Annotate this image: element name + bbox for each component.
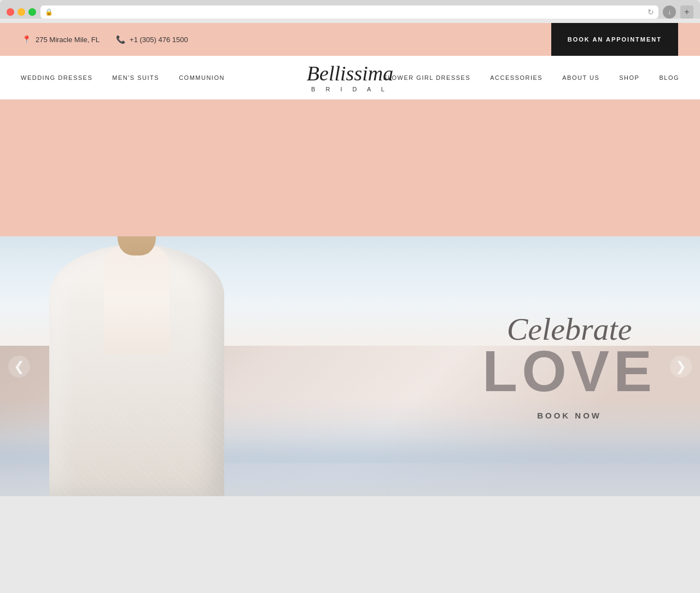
- book-now-text[interactable]: BOOK NOW: [482, 410, 656, 420]
- traffic-lights: [7, 8, 36, 16]
- phone-icon: 📞: [116, 35, 125, 44]
- slider-section: Celebrate LOVE BOOK NOW ❮ ❯: [0, 236, 700, 496]
- hero-pink-section: [0, 100, 700, 236]
- nav-item-communion[interactable]: COMMUNION: [169, 74, 235, 81]
- close-button[interactable]: [7, 8, 14, 16]
- logo[interactable]: Bellissima B R I D A L: [307, 62, 393, 92]
- download-icon[interactable]: ↓: [663, 5, 676, 19]
- new-tab-button[interactable]: +: [680, 5, 693, 19]
- main-nav: WEDDING DRESSES MEN'S SUITS COMMUNION Be…: [0, 56, 700, 100]
- phone-text: +1 (305) 476 1500: [130, 36, 188, 44]
- bride-dress: [49, 245, 224, 496]
- nav-item-about-us[interactable]: ABOUT US: [552, 74, 609, 81]
- bride-body: [104, 245, 170, 354]
- slider-prev-button[interactable]: ❮: [8, 356, 30, 377]
- address-text: 275 Miracle Mile, FL: [36, 36, 100, 44]
- nav-item-mens-suits[interactable]: MEN'S SUITS: [102, 74, 169, 81]
- minimize-button[interactable]: [18, 8, 25, 16]
- location-icon: 📍: [22, 35, 31, 44]
- browser-controls: 🔒 ↻ ↓ +: [7, 5, 693, 19]
- nav-item-accessories[interactable]: ACCESSORIES: [480, 74, 552, 81]
- website-content: 📍 275 Miracle Mile, FL 📞 +1 (305) 476 15…: [0, 23, 700, 496]
- address-item: 📍 275 Miracle Mile, FL: [22, 35, 100, 44]
- bride-head: [118, 236, 156, 255]
- nav-right: FLOWER GIRL DRESSES ACCESSORIES ABOUT US…: [374, 74, 689, 81]
- nav-item-blog[interactable]: BLOG: [649, 74, 689, 81]
- nav-left: WEDDING DRESSES MEN'S SUITS COMMUNION: [11, 74, 235, 81]
- top-bar: 📍 275 Miracle Mile, FL 📞 +1 (305) 476 15…: [0, 23, 700, 56]
- love-text: LOVE: [482, 342, 656, 399]
- contact-info: 📍 275 Miracle Mile, FL 📞 +1 (305) 476 15…: [22, 35, 551, 44]
- address-bar[interactable]: 🔒 ↻: [40, 5, 658, 19]
- logo-text: Bellissima B R I D A L: [307, 62, 393, 92]
- browser-chrome: 🔒 ↻ ↓ +: [0, 0, 700, 19]
- logo-bridal: B R I D A L: [307, 86, 393, 92]
- slider-background: Celebrate LOVE BOOK NOW: [0, 236, 700, 496]
- book-appointment-button[interactable]: BOOK AN APPOINTMENT: [551, 23, 678, 56]
- slider-next-button[interactable]: ❯: [670, 356, 692, 377]
- logo-script: Bellissima: [307, 62, 393, 85]
- phone-item: 📞 +1 (305) 476 1500: [116, 35, 188, 44]
- refresh-icon[interactable]: ↻: [648, 8, 654, 16]
- slider-text-overlay: Celebrate LOVE BOOK NOW: [482, 313, 656, 420]
- bride-figure: [33, 236, 241, 496]
- maximize-button[interactable]: [28, 8, 36, 16]
- nav-item-shop[interactable]: SHOP: [609, 74, 649, 81]
- nav-item-wedding-dresses[interactable]: WEDDING DRESSES: [11, 74, 102, 81]
